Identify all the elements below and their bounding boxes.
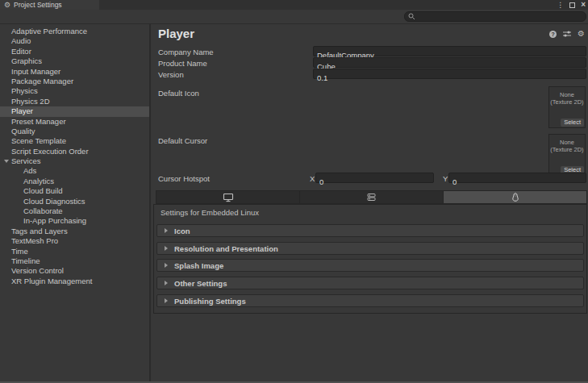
sidebar-item-time[interactable]: Time xyxy=(0,247,149,256)
settings-gear-icon: ⚙ xyxy=(4,1,10,9)
platform-settings-group: Settings for Embedded Linux Icon Resolut… xyxy=(153,204,587,314)
sidebar-item-scene-template[interactable]: Scene Template xyxy=(0,136,149,146)
sidebar-item-tags-and-layers[interactable]: Tags and Layers xyxy=(0,227,149,236)
embedded-linux-icon xyxy=(511,193,520,202)
section-icon[interactable]: Icon xyxy=(156,224,584,237)
sidebar-item-preset-manager[interactable]: Preset Manager xyxy=(0,117,149,127)
presets-icon[interactable] xyxy=(562,30,572,38)
sidebar-item-editor[interactable]: Editor xyxy=(0,47,149,56)
tab-dedicated-server[interactable] xyxy=(300,191,444,203)
sidebar-item-textmesh-pro[interactable]: TextMesh Pro xyxy=(0,236,149,246)
default-cursor-object-field[interactable]: None (Texture 2D) Select xyxy=(548,134,586,176)
sidebar-item-audio[interactable]: Audio xyxy=(0,36,149,46)
sidebar-item-cloud-diagnostics[interactable]: Cloud Diagnostics xyxy=(0,197,149,206)
sidebar-item-label: Services xyxy=(11,156,40,165)
company-name-label: Company Name xyxy=(158,48,214,56)
foldout-expanded-icon[interactable] xyxy=(4,160,9,163)
foldout-collapsed-icon xyxy=(165,246,168,251)
gear-icon[interactable]: ⚙ xyxy=(578,30,585,38)
sidebar-item-quality[interactable]: Quality xyxy=(0,127,149,136)
settings-category-list: Adaptive Performance Audio Editor Graphi… xyxy=(0,24,149,381)
section-label: Icon xyxy=(174,227,190,235)
section-label: Splash Image xyxy=(174,261,223,270)
section-splash-image[interactable]: Splash Image xyxy=(156,259,584,272)
foldout-collapsed-icon xyxy=(165,298,168,303)
dedicated-server-icon xyxy=(366,193,377,202)
page-title: Player xyxy=(158,27,194,40)
sidebar-item-timeline[interactable]: Timeline xyxy=(0,256,149,266)
version-input[interactable] xyxy=(314,73,586,82)
window-tab[interactable]: ⚙ Project Settings xyxy=(0,0,99,10)
window-controls: ⋮ × xyxy=(557,0,586,10)
foldout-collapsed-icon xyxy=(165,263,168,268)
default-icon-label: Default Icon xyxy=(158,89,199,98)
hotspot-y-label: Y xyxy=(443,174,448,183)
sidebar-item-input-manager[interactable]: Input Manager xyxy=(0,67,149,77)
sidebar-item-services[interactable]: Services xyxy=(0,156,149,166)
sidebar-item-version-control[interactable]: Version Control xyxy=(0,266,149,276)
window-title: Project Settings xyxy=(14,1,62,9)
default-cursor-type: (Texture 2D) xyxy=(549,146,585,153)
sidebar-item-graphics[interactable]: Graphics xyxy=(0,56,149,66)
search-box[interactable] xyxy=(404,11,586,22)
default-cursor-value: None xyxy=(549,139,585,146)
company-name-field[interactable] xyxy=(313,46,586,56)
default-icon-value: None xyxy=(549,91,585,98)
default-icon-type: (Texture 2D) xyxy=(549,98,585,106)
sidebar-item-in-app-purchasing[interactable]: In-App Purchasing xyxy=(0,216,149,226)
section-other-settings[interactable]: Other Settings xyxy=(156,277,584,289)
sidebar-item-script-execution-order[interactable]: Script Execution Order xyxy=(0,147,149,156)
tab-embedded-linux[interactable] xyxy=(444,191,586,203)
section-label: Other Settings xyxy=(174,279,227,288)
search-input[interactable] xyxy=(418,12,571,21)
sidebar-item-ads[interactable]: Ads xyxy=(0,166,149,176)
sidebar-item-cloud-build[interactable]: Cloud Build xyxy=(0,186,149,196)
foldout-collapsed-icon xyxy=(165,281,168,285)
default-cursor-label: Default Cursor xyxy=(158,136,207,145)
hotspot-x-field[interactable] xyxy=(315,173,434,183)
foldout-collapsed-icon xyxy=(165,228,168,233)
player-settings-panel: Player ? ⚙ Company Name Product Name Ver… xyxy=(151,24,588,381)
titlebar: ⚙ Project Settings ⋮ × xyxy=(0,0,588,10)
sidebar-item-adaptive-performance[interactable]: Adaptive Performance xyxy=(0,27,149,36)
settings-group-heading: Settings for Embedded Linux xyxy=(161,208,259,217)
maximize-icon[interactable] xyxy=(569,2,575,8)
hotspot-y-field[interactable] xyxy=(448,173,586,183)
version-field[interactable] xyxy=(313,69,586,79)
sidebar-item-analytics[interactable]: Analytics xyxy=(0,177,149,186)
search-icon xyxy=(408,13,415,20)
desktop-icon xyxy=(223,193,234,202)
hotspot-x-label: X xyxy=(310,174,315,183)
default-icon-select-button[interactable]: Select xyxy=(561,119,584,127)
cursor-hotspot-label: Cursor Hotspot xyxy=(158,174,210,183)
sidebar-item-xr-plugin-management[interactable]: XR Plugin Management xyxy=(0,277,149,286)
section-publishing-settings[interactable]: Publishing Settings xyxy=(156,294,584,307)
sidebar-item-player[interactable]: Player xyxy=(0,106,149,116)
sidebar-item-package-manager[interactable]: Package Manager xyxy=(0,77,149,86)
version-label: Version xyxy=(158,70,184,79)
sidebar-item-physics-2d[interactable]: Physics 2D xyxy=(0,97,149,106)
close-icon[interactable]: × xyxy=(581,1,586,9)
product-name-field[interactable] xyxy=(313,57,586,68)
sidebar-item-physics[interactable]: Physics xyxy=(0,86,149,96)
platform-tabbar xyxy=(156,190,587,204)
section-label: Resolution and Presentation xyxy=(174,244,278,253)
sidebar-item-collaborate[interactable]: Collaborate xyxy=(0,206,149,216)
hotspot-x-input[interactable] xyxy=(316,177,433,186)
tab-standalone[interactable] xyxy=(156,191,300,203)
toolbar xyxy=(0,10,588,24)
section-label: Publishing Settings xyxy=(174,297,246,306)
project-settings-window: ⚙ Project Settings ⋮ × Adaptive Performa… xyxy=(0,0,588,383)
default-icon-object-field[interactable]: None (Texture 2D) Select xyxy=(548,86,586,128)
panel-header-icons: ? ⚙ xyxy=(549,30,585,38)
product-name-label: Product Name xyxy=(158,59,207,68)
hotspot-y-input[interactable] xyxy=(449,177,586,186)
help-icon[interactable]: ? xyxy=(549,31,557,38)
section-resolution-and-presentation[interactable]: Resolution and Presentation xyxy=(156,242,584,255)
window-menu-icon[interactable]: ⋮ xyxy=(557,1,564,9)
